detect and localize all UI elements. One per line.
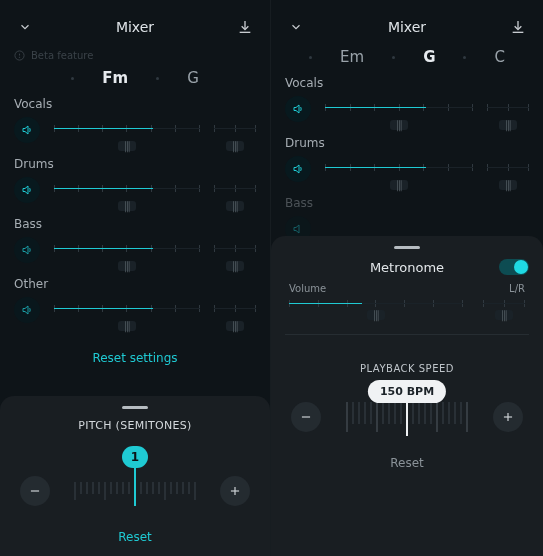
volume-slider-vocals[interactable] bbox=[325, 102, 473, 116]
mute-button-bass[interactable] bbox=[14, 237, 40, 263]
volume-slider-drums[interactable] bbox=[54, 183, 200, 197]
pitch-center-line-icon bbox=[134, 464, 136, 506]
sheet-handle-icon[interactable] bbox=[394, 246, 420, 249]
volume-slider-bass[interactable] bbox=[54, 243, 200, 257]
chord-prev: Em bbox=[340, 48, 364, 66]
track-label: Bass bbox=[285, 196, 529, 210]
pan-slider-other[interactable] bbox=[214, 303, 256, 317]
chord-current: Fm bbox=[102, 69, 128, 87]
chord-dot bbox=[71, 77, 74, 80]
pan-slider-vocals[interactable] bbox=[487, 102, 529, 116]
divider bbox=[285, 334, 529, 335]
pitch-value-badge: 1 bbox=[122, 446, 148, 468]
pan-thumb-icon[interactable]: ⦀ bbox=[226, 201, 244, 211]
bpm-badge: 150 BPM bbox=[368, 380, 446, 403]
track-label: Bass bbox=[14, 217, 256, 231]
chevron-down-icon[interactable] bbox=[285, 16, 307, 38]
speed-minus-button[interactable] bbox=[291, 402, 321, 432]
mute-button-drums[interactable] bbox=[285, 156, 311, 182]
track-label: Drums bbox=[285, 136, 529, 150]
chord-strip[interactable]: Fm G bbox=[0, 69, 270, 93]
volume-thumb-icon[interactable]: ⦀ bbox=[390, 180, 408, 190]
volume-label: Volume bbox=[289, 283, 326, 294]
chord-dot bbox=[463, 56, 466, 59]
pan-slider-vocals[interactable] bbox=[214, 123, 256, 137]
track-label: Vocals bbox=[14, 97, 256, 111]
metronome-label: Metronome bbox=[315, 260, 499, 275]
chord-next: G bbox=[187, 69, 199, 87]
pan-thumb-icon[interactable]: ⦀ bbox=[226, 141, 244, 151]
metronome-volume-slider[interactable] bbox=[289, 298, 463, 312]
beta-badge: Beta feature bbox=[0, 48, 270, 69]
pitch-plus-button[interactable] bbox=[220, 476, 250, 506]
chord-dot bbox=[309, 56, 312, 59]
volume-slider-drums[interactable] bbox=[325, 162, 473, 176]
pan-thumb-icon[interactable]: ⦀ bbox=[226, 321, 244, 331]
chord-strip[interactable]: Em G C bbox=[271, 48, 543, 72]
mute-button-drums[interactable] bbox=[14, 177, 40, 203]
mute-button-vocals[interactable] bbox=[285, 96, 311, 122]
pan-thumb-icon[interactable]: ⦀ bbox=[226, 261, 244, 271]
track-label: Other bbox=[14, 277, 256, 291]
mute-button-vocals[interactable] bbox=[14, 117, 40, 143]
chord-current: G bbox=[423, 48, 435, 66]
metronome-sheet: Metronome Volume L/R ⦀ ⦀ PLAYBACK SPEED bbox=[271, 236, 543, 556]
volume-thumb-icon[interactable]: ⦀ bbox=[390, 120, 408, 130]
volume-thumb-icon[interactable]: ⦀ bbox=[118, 261, 136, 271]
pan-label: L/R bbox=[509, 283, 525, 294]
pitch-title: PITCH (SEMITONES) bbox=[14, 419, 256, 432]
volume-thumb-icon[interactable]: ⦀ bbox=[118, 201, 136, 211]
pitch-sheet: PITCH (SEMITONES) 1 Reset bbox=[0, 396, 270, 556]
volume-thumb-icon[interactable]: ⦀ bbox=[118, 141, 136, 151]
volume-slider-other[interactable] bbox=[54, 303, 200, 317]
speed-reset-link[interactable]: Reset bbox=[285, 446, 529, 470]
pitch-reset-link[interactable]: Reset bbox=[14, 520, 256, 544]
pan-slider-drums[interactable] bbox=[214, 183, 256, 197]
pan-slider-bass[interactable] bbox=[214, 243, 256, 257]
mute-button-other[interactable] bbox=[14, 297, 40, 323]
download-icon[interactable] bbox=[234, 16, 256, 38]
svg-point-1 bbox=[19, 57, 20, 58]
track-label: Vocals bbox=[285, 76, 529, 90]
pitch-minus-button[interactable] bbox=[20, 476, 50, 506]
beta-label: Beta feature bbox=[31, 50, 93, 61]
volume-thumb-icon[interactable]: ⦀ bbox=[118, 321, 136, 331]
page-title: Mixer bbox=[388, 19, 426, 35]
download-icon[interactable] bbox=[507, 16, 529, 38]
metronome-pan-slider[interactable] bbox=[483, 298, 525, 312]
chord-next: C bbox=[494, 48, 504, 66]
metronome-toggle[interactable] bbox=[499, 259, 529, 275]
chord-dot bbox=[156, 77, 159, 80]
volume-slider-vocals[interactable] bbox=[54, 123, 200, 137]
chord-dot bbox=[392, 56, 395, 59]
track-label: Drums bbox=[14, 157, 256, 171]
reset-settings-link[interactable]: Reset settings bbox=[0, 333, 270, 375]
pan-thumb-icon[interactable]: ⦀ bbox=[499, 120, 517, 130]
speed-plus-button[interactable] bbox=[493, 402, 523, 432]
chevron-down-icon[interactable] bbox=[14, 16, 36, 38]
pan-thumb-icon[interactable]: ⦀ bbox=[499, 180, 517, 190]
page-title: Mixer bbox=[116, 19, 154, 35]
playback-speed-title: PLAYBACK SPEED bbox=[285, 363, 529, 374]
toggle-knob-icon bbox=[514, 260, 528, 274]
pan-slider-drums[interactable] bbox=[487, 162, 529, 176]
sheet-handle-icon[interactable] bbox=[122, 406, 148, 409]
